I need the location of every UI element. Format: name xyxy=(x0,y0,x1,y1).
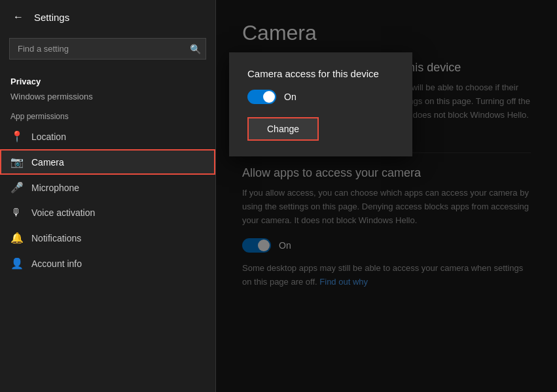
sidebar-item-voice-label: Voice activation xyxy=(31,207,95,218)
popup-change-btn-wrap: Change xyxy=(247,117,394,141)
sidebar-item-microphone-label: Microphone xyxy=(31,183,79,193)
sidebar-item-camera[interactable]: 📷 Camera xyxy=(0,149,215,175)
sidebar-header: ← Settings xyxy=(0,0,215,34)
popup-title: Camera access for this device xyxy=(247,68,394,79)
sidebar-nav: 📍 Location 📷 Camera 🎤 Microphone 🎙 Voice… xyxy=(0,124,215,392)
sidebar-item-location-label: Location xyxy=(31,132,66,142)
search-input[interactable] xyxy=(9,38,206,60)
popup-toggle-row: On xyxy=(247,90,394,104)
sidebar-item-account-info[interactable]: 👤 Account info xyxy=(0,251,215,276)
windows-permissions-link[interactable]: Windows permissions xyxy=(0,89,215,107)
popup: Camera access for this device On Change xyxy=(229,52,412,156)
popup-overlay: Camera access for this device On Change xyxy=(216,0,557,392)
location-icon: 📍 xyxy=(10,130,22,143)
account-icon: 👤 xyxy=(10,257,22,270)
sidebar: ← Settings 🔍 Privacy Windows permissions… xyxy=(0,0,216,392)
sidebar-item-voice-activation[interactable]: 🎙 Voice activation xyxy=(0,200,215,225)
main-content: Camera Allow access to the camera on thi… xyxy=(216,0,557,392)
sidebar-item-notifications-label: Notifications xyxy=(31,233,81,243)
sidebar-item-camera-label: Camera xyxy=(31,157,64,168)
sidebar-item-location[interactable]: 📍 Location xyxy=(0,124,215,149)
voice-icon: 🎙 xyxy=(10,207,22,219)
app-permissions-label: App permissions xyxy=(0,107,215,124)
sidebar-item-account-label: Account info xyxy=(31,258,82,269)
sidebar-title: Settings xyxy=(34,12,69,23)
popup-change-button[interactable]: Change xyxy=(247,117,319,141)
popup-device-toggle[interactable] xyxy=(247,90,276,104)
microphone-icon: 🎤 xyxy=(10,181,22,194)
sidebar-item-microphone[interactable]: 🎤 Microphone xyxy=(0,175,215,200)
sidebar-item-notifications[interactable]: 🔔 Notifications xyxy=(0,225,215,251)
popup-toggle-label: On xyxy=(284,92,296,102)
privacy-label: Privacy xyxy=(0,69,215,89)
camera-icon: 📷 xyxy=(10,156,22,168)
back-button[interactable]: ← xyxy=(10,9,26,26)
search-icon[interactable]: 🔍 xyxy=(190,44,201,54)
notifications-icon: 🔔 xyxy=(10,232,22,244)
search-box: 🔍 xyxy=(9,38,206,60)
